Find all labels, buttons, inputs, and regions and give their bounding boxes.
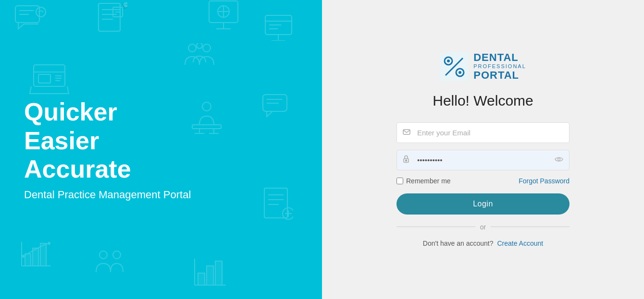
email-input-group bbox=[396, 122, 570, 143]
login-form: Remember me Forgot Password Login or Don… bbox=[396, 122, 570, 247]
left-panel: 💬 bbox=[0, 0, 322, 299]
deco-icon-laptop bbox=[29, 62, 72, 98]
or-label: or bbox=[480, 223, 486, 231]
forgot-password-link[interactable]: Forgot Password bbox=[519, 177, 570, 185]
right-panel: DENTAL PROFESSIONAL PORTAL Hello! Welcom… bbox=[322, 0, 644, 299]
deco-icon-monitor bbox=[207, 0, 245, 36]
svg-text:💬: 💬 bbox=[123, 2, 127, 9]
deco-icon-top-right bbox=[264, 14, 293, 43]
logo-portal: PORTAL bbox=[473, 70, 526, 81]
svg-rect-38 bbox=[25, 254, 31, 266]
svg-point-72 bbox=[558, 158, 560, 161]
or-divider: or bbox=[396, 223, 570, 231]
deco-icon-doc: 💬 bbox=[96, 2, 127, 38]
deco-icon-barchart bbox=[19, 239, 53, 270]
create-account-link[interactable]: Create Account bbox=[497, 239, 543, 247]
svg-point-30 bbox=[202, 102, 211, 111]
svg-point-71 bbox=[406, 160, 407, 161]
remember-forgot-row: Remember me Forgot Password bbox=[396, 177, 570, 185]
svg-point-42 bbox=[48, 242, 50, 244]
login-button[interactable]: Login bbox=[396, 193, 570, 215]
logo-text: DENTAL PROFESSIONAL PORTAL bbox=[473, 52, 526, 81]
remember-me-text: Remember me bbox=[406, 177, 451, 185]
logo-professional: PROFESSIONAL bbox=[473, 63, 526, 69]
svg-point-18 bbox=[188, 44, 196, 52]
password-input-group bbox=[396, 150, 570, 170]
email-input[interactable] bbox=[396, 122, 570, 143]
svg-rect-23 bbox=[38, 74, 50, 83]
remember-me-checkbox[interactable] bbox=[396, 178, 403, 184]
tagline-line2: Easier bbox=[24, 127, 99, 155]
lock-icon bbox=[403, 155, 409, 165]
svg-rect-48 bbox=[207, 266, 213, 285]
svg-point-67 bbox=[447, 60, 450, 62]
create-account-row: Don't have an account? Create Account bbox=[396, 239, 570, 247]
svg-point-43 bbox=[99, 251, 107, 259]
svg-rect-50 bbox=[264, 188, 287, 218]
deco-icon-people bbox=[183, 43, 221, 74]
deco-icon-chart-bottom bbox=[192, 256, 228, 289]
deco-icon-people-bottom bbox=[94, 249, 127, 280]
svg-point-3 bbox=[36, 7, 46, 17]
svg-rect-31 bbox=[192, 125, 221, 129]
tagline-subtitle: Dental Practice Management Portal bbox=[24, 189, 191, 201]
password-input[interactable] bbox=[396, 150, 570, 170]
deco-icon-speech bbox=[262, 94, 291, 120]
svg-rect-69 bbox=[403, 130, 410, 134]
deco-icon-chat bbox=[14, 5, 48, 33]
welcome-title: Hello! Welcome bbox=[433, 93, 533, 109]
eye-icon[interactable] bbox=[555, 155, 563, 164]
tagline-line3: Accurate bbox=[24, 155, 131, 183]
deco-icon-presenter bbox=[187, 101, 226, 136]
email-icon bbox=[403, 129, 410, 136]
svg-point-41 bbox=[22, 255, 24, 257]
tagline-line1: Quicker bbox=[24, 98, 117, 126]
deco-icon-doc-bottom bbox=[262, 187, 293, 223]
logo-dental: DENTAL bbox=[473, 52, 526, 63]
svg-point-19 bbox=[203, 44, 211, 52]
logo-icon bbox=[440, 52, 469, 81]
svg-point-68 bbox=[458, 71, 461, 74]
logo-container: DENTAL PROFESSIONAL PORTAL bbox=[440, 52, 526, 81]
svg-point-44 bbox=[113, 251, 121, 259]
remember-me-label[interactable]: Remember me bbox=[396, 177, 451, 185]
tagline: Quicker Easier Accurate Dental Practice … bbox=[24, 98, 191, 201]
svg-point-20 bbox=[197, 43, 202, 48]
no-account-text: Don't have an account? bbox=[423, 239, 494, 247]
svg-rect-47 bbox=[198, 273, 205, 285]
svg-rect-49 bbox=[215, 261, 222, 285]
